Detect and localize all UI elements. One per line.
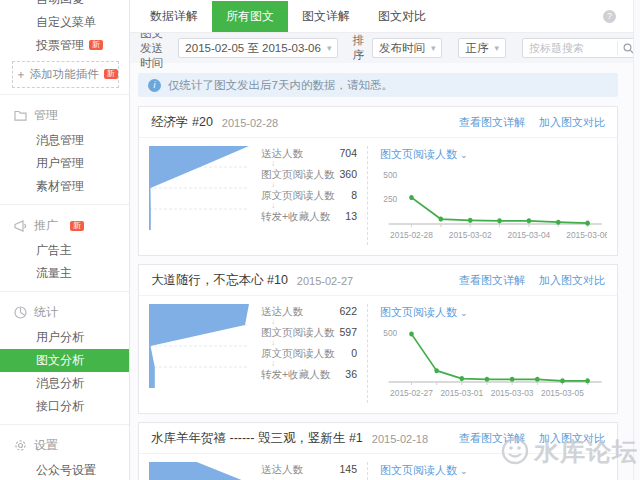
sidebar: 自动回复 自定义菜单 投票管理新 ＋ 添加功能插件新 管理 消息管理 用户管理 … [0, 0, 130, 480]
sidebar-section-management: 管理 [0, 101, 129, 129]
svg-text:2015-03-02: 2015-03-02 [449, 230, 492, 241]
notice-text: 仅统计了图文发出后7天内的数据，请知悉。 [168, 78, 393, 93]
down-arrow-icon: ↓ [261, 359, 357, 368]
chart-metric-select[interactable]: 图文页阅读人数 ⌄ [380, 463, 607, 478]
scrollbar-track[interactable] [633, 0, 640, 480]
sidebar-item-auto-reply[interactable]: 自动回复 [0, 0, 129, 11]
chevron-down-icon: ▾ [327, 43, 332, 53]
tab-bar: 数据详解 所有图文 图文详解 图文对比 ? [130, 0, 640, 33]
filter-bar: 图文发送时间 2015-02-05 至 2015-03-06 ▾ 排序 发布时间… [130, 33, 640, 63]
sidebar-item-message-management[interactable]: 消息管理 [0, 129, 129, 152]
add-compare-link[interactable]: 加入图文对比 [539, 431, 605, 446]
add-compare-link[interactable]: 加入图文对比 [539, 115, 605, 130]
stats-list: 送达人数145 ↓ 图文页阅读人数304 ↓ 原文页阅读人数0 ↓ 转发+收藏人… [261, 462, 357, 480]
sidebar-section-promotion: 推广新 [0, 211, 129, 239]
dashed-divider [367, 462, 368, 480]
funnel-chart [149, 304, 249, 388]
megaphone-icon [14, 220, 27, 232]
chevron-down-icon: ⌄ [460, 466, 468, 476]
article-card: 水库羊年贺禧 ------ 毁三观，竖新生 #1 2015-02-18 查看图文… [138, 422, 618, 480]
chart-metric-select[interactable]: 图文页阅读人数 ⌄ [380, 305, 607, 320]
svg-text:500: 500 [383, 170, 397, 181]
article-date: 2015-02-27 [297, 275, 353, 287]
sidebar-item-user-analysis[interactable]: 用户分析 [0, 326, 129, 349]
sidebar-divider [0, 204, 129, 205]
article-date: 2015-02-28 [222, 117, 278, 129]
sidebar-divider [0, 94, 129, 95]
svg-text:2015-03-03: 2015-03-03 [491, 388, 534, 399]
stats-list: 送达人数622 ↓ 图文页阅读人数597 ↓ 原文页阅读人数0 ↓ 转发+收藏人… [261, 304, 357, 380]
down-arrow-icon: ↓ [261, 201, 357, 210]
svg-text:500: 500 [383, 328, 397, 339]
svg-text:2015-02-27: 2015-02-27 [390, 388, 433, 399]
sidebar-section-statistics: 统计 [0, 298, 129, 326]
tab-article-detail[interactable]: 图文详解 [288, 1, 364, 32]
sidebar-item-account-settings[interactable]: 公众号设置 [0, 459, 129, 480]
date-range-select[interactable]: 2015-02-05 至 2015-03-06 ▾ [178, 38, 338, 58]
down-arrow-icon: ↓ [261, 180, 357, 189]
svg-text:2015-03-06: 2015-03-06 [566, 230, 607, 241]
chevron-down-icon: ▾ [494, 43, 499, 53]
article-date: 2015-02-18 [372, 433, 428, 445]
sort-field-select[interactable]: 发布时间 ▾ [372, 38, 443, 58]
article-title[interactable]: 大道随行，不忘本心 #10 [151, 272, 288, 289]
tab-all-articles[interactable]: 所有图文 [212, 1, 288, 32]
article-title[interactable]: 水库羊年贺禧 ------ 毁三观，竖新生 #1 [151, 430, 363, 447]
sidebar-item-vote-management[interactable]: 投票管理新 [0, 34, 129, 57]
add-plugin-button[interactable]: ＋ 添加功能插件新 [12, 61, 119, 88]
dashed-divider [367, 304, 368, 403]
tab-data-overview[interactable]: 数据详解 [136, 1, 212, 32]
article-card: 大道随行，不忘本心 #10 2015-02-27 查看图文详解 加入图文对比 送… [138, 264, 618, 414]
article-card: 经济学 #20 2015-02-28 查看图文详解 加入图文对比 送达人数704… [138, 106, 618, 256]
stats-icon [14, 306, 27, 319]
down-arrow-icon: ↓ [261, 475, 357, 480]
line-chart: 5002015-02-272015-03-012015-03-032015-03… [378, 320, 607, 400]
dashed-divider [367, 146, 368, 245]
sidebar-item-material-management[interactable]: 素材管理 [0, 175, 129, 198]
title-search-box [522, 38, 640, 58]
sidebar-item-message-analysis[interactable]: 消息分析 [0, 372, 129, 395]
gear-icon [14, 439, 27, 452]
new-badge: 新 [70, 221, 84, 231]
sidebar-item-api-analysis[interactable]: 接口分析 [0, 395, 129, 418]
chart-metric-select[interactable]: 图文页阅读人数 ⌄ [380, 147, 607, 162]
sort-label: 排序 [352, 33, 364, 63]
view-detail-link[interactable]: 查看图文详解 [459, 431, 525, 446]
main-area: 数据详解 所有图文 图文详解 图文对比 ? 图文发送时间 2015-02-05 … [130, 0, 640, 480]
view-detail-link[interactable]: 查看图文详解 [459, 115, 525, 130]
down-arrow-icon: ↓ [261, 317, 357, 326]
new-badge: 新 [104, 69, 118, 79]
sort-order-select[interactable]: 正序 ▾ [458, 38, 506, 58]
sidebar-item-custom-menu[interactable]: 自定义菜单 [0, 11, 129, 34]
view-detail-link[interactable]: 查看图文详解 [459, 273, 525, 288]
title-search-input[interactable] [523, 39, 617, 57]
add-compare-link[interactable]: 加入图文对比 [539, 273, 605, 288]
chevron-down-icon: ▾ [431, 43, 436, 53]
svg-text:2015-03-04: 2015-03-04 [508, 230, 551, 241]
down-arrow-icon: ↓ [261, 159, 357, 168]
new-badge: 新 [89, 40, 103, 50]
sidebar-item-advertiser[interactable]: 广告主 [0, 239, 129, 262]
chevron-down-icon: ⌄ [460, 308, 468, 318]
svg-text:2015-02-28: 2015-02-28 [390, 230, 433, 241]
down-arrow-icon: ↓ [261, 338, 357, 347]
sidebar-divider [0, 291, 129, 292]
line-chart: 5002502015-02-282015-03-022015-03-042015… [378, 162, 607, 242]
info-icon: i [148, 79, 161, 92]
help-icon[interactable]: ? [603, 10, 616, 23]
svg-text:2015-03-05: 2015-03-05 [541, 388, 584, 399]
sidebar-section-settings: 设置 [0, 431, 129, 459]
sidebar-item-article-analysis[interactable]: 图文分析 [0, 349, 129, 372]
tab-article-compare[interactable]: 图文对比 [364, 1, 440, 32]
funnel-chart [149, 462, 249, 480]
chevron-down-icon: ⌄ [460, 150, 468, 160]
sidebar-item-user-management[interactable]: 用户管理 [0, 152, 129, 175]
svg-text:2015-03-01: 2015-03-01 [440, 388, 483, 399]
svg-text:250: 250 [383, 194, 397, 205]
article-title[interactable]: 经济学 #20 [151, 114, 213, 131]
folder-icon [14, 110, 27, 121]
page: 自动回复 自定义菜单 投票管理新 ＋ 添加功能插件新 管理 消息管理 用户管理 … [0, 0, 640, 480]
content-area: i 仅统计了图文发出后7天内的数据，请知悉。 经济学 #20 2015-02-2… [130, 63, 640, 480]
stats-list: 送达人数704 ↓ 图文页阅读人数360 ↓ 原文页阅读人数8 ↓ 转发+收藏人… [261, 146, 357, 222]
sidebar-item-traffic-owner[interactable]: 流量主 [0, 262, 129, 285]
